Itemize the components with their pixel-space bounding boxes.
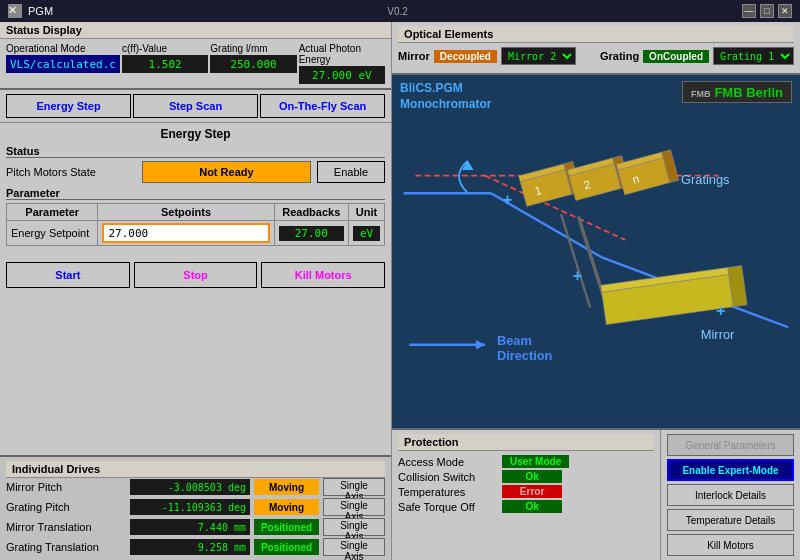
energy-step-button[interactable]: Energy Step: [6, 94, 131, 118]
start-button[interactable]: Start: [6, 262, 130, 288]
energy-setpoint-row: Energy Setpoint 27.00 eV: [7, 221, 385, 246]
version-label: V0.2: [387, 6, 408, 17]
col-setpoints: Setpoints: [98, 204, 274, 221]
grating-pitch-label: Grating Pitch: [6, 501, 126, 513]
grating-group: Grating OnCoupled Grating 1: [600, 47, 794, 65]
energy-unit: eV: [353, 226, 380, 241]
svg-text:+: +: [503, 190, 513, 208]
control-buttons: Start Stop Kill Motors: [6, 258, 385, 292]
cff-value: 1.502: [122, 55, 208, 73]
mirror-translation-value: 7.440 mm: [130, 519, 250, 535]
temperatures-status: Error: [502, 485, 562, 498]
torque-label: Safe Torque Off: [398, 501, 498, 513]
protection-row-temp: Temperatures Error: [398, 485, 654, 498]
svg-text:+: +: [716, 301, 726, 319]
protection-section: Protection Access Mode User Mode Collisi…: [392, 428, 800, 560]
op-mode-label: Operational Mode: [6, 43, 120, 54]
temperatures-label: Temperatures: [398, 486, 498, 498]
title-bar: ✕ PGM V0.2 — □ ✕: [0, 0, 800, 22]
grating-translation-status: Positioned: [254, 539, 319, 555]
grating-select[interactable]: Grating 1: [713, 47, 794, 65]
collision-status: Ok: [502, 470, 562, 483]
photon-col: Actual Photon Energy 27.000 eV: [299, 43, 385, 84]
svg-text:Mirror: Mirror: [701, 327, 735, 342]
energy-readback-value: 27.00: [279, 226, 345, 241]
col-parameter: Parameter: [7, 204, 98, 221]
energy-setpoint-cell: [98, 221, 274, 246]
interlock-details-button[interactable]: Interlock Details: [667, 484, 794, 506]
col-readbacks: Readbacks: [274, 204, 349, 221]
grating-pitch-axis-button[interactable]: Single Axis Panel: [323, 498, 385, 516]
kill-motors-right-button[interactable]: Kill Motors: [667, 534, 794, 556]
energy-row-label: Energy Setpoint: [7, 221, 98, 246]
on-the-fly-button[interactable]: On-The-Fly Scan: [260, 94, 385, 118]
protection-right: General Parameters Enable Expert-Mode In…: [660, 430, 800, 560]
mirror-pitch-status: Moving: [254, 479, 319, 495]
drives-header: Individual Drives: [6, 461, 385, 478]
protection-row-collision: Collision Switch Ok: [398, 470, 654, 483]
grating-translation-label: Grating Translation: [6, 541, 126, 553]
svg-text:Gratings: Gratings: [681, 172, 729, 187]
pgm-svg: 1 2 n: [392, 75, 800, 428]
temperature-details-button[interactable]: Temperature Details: [667, 509, 794, 531]
minimize-button[interactable]: —: [742, 4, 756, 18]
protection-left: Protection Access Mode User Mode Collisi…: [392, 430, 660, 560]
energy-readback-cell: 27.00: [274, 221, 349, 246]
param-sub-header: Parameter: [6, 187, 385, 200]
protection-row-torque: Safe Torque Off Ok: [398, 500, 654, 513]
grating-pitch-status: Moving: [254, 499, 319, 515]
close-button[interactable]: ✕: [778, 4, 792, 18]
param-section: Parameter Parameter Setpoints Readbacks …: [6, 187, 385, 246]
kill-motors-button[interactable]: Kill Motors: [261, 262, 385, 288]
energy-step-section: Energy Step Status Pitch Motors State No…: [0, 123, 391, 455]
photon-value: 27.000 eV: [299, 66, 385, 84]
grating-translation-axis-button[interactable]: Single Axis Panel: [323, 538, 385, 556]
op-mode-value: VLS/calculated.c: [6, 55, 120, 73]
collision-label: Collision Switch: [398, 471, 498, 483]
mirror-select[interactable]: Mirror 2: [501, 47, 576, 65]
brand-logo: FMB FMB Berlin: [682, 81, 792, 103]
app-title: PGM: [28, 5, 53, 17]
maximize-button[interactable]: □: [760, 4, 774, 18]
pitch-status-row: Pitch Motors State Not Ready Enable: [6, 161, 385, 183]
mirror-pitch-axis-button[interactable]: Single Axis Panel: [323, 478, 385, 496]
general-params-button[interactable]: General Parameters: [667, 434, 794, 456]
individual-drives: Individual Drives Mirror Pitch -3.008503…: [0, 455, 391, 560]
status-display: Status Display Operational Mode VLS/calc…: [0, 22, 391, 90]
optical-header: Optical Elements: [398, 26, 794, 43]
mirror-translation-status: Positioned: [254, 519, 319, 535]
mirror-translation-label: Mirror Translation: [6, 521, 126, 533]
mirror-coupled-badge: Decoupled: [434, 50, 497, 63]
svg-text:+: +: [573, 266, 583, 284]
energy-setpoint-input[interactable]: [102, 223, 269, 243]
protection-row-access: Access Mode User Mode: [398, 455, 654, 468]
mirror-translation-axis-button[interactable]: Single Axis Panel: [323, 518, 385, 536]
step-scan-button[interactable]: Step Scan: [133, 94, 258, 118]
torque-status: Ok: [502, 500, 562, 513]
mirror-label: Mirror: [398, 50, 430, 62]
access-mode-status: User Mode: [502, 455, 569, 468]
photon-label: Actual Photon Energy: [299, 43, 385, 65]
op-mode-col: Operational Mode VLS/calculated.c: [6, 43, 120, 84]
stop-button[interactable]: Stop: [134, 262, 258, 288]
drives-grid: Mirror Pitch -3.008503 deg Moving Single…: [6, 478, 385, 556]
mirror-group: Mirror Decoupled Mirror 2: [398, 47, 576, 65]
energy-step-title: Energy Step: [6, 127, 385, 141]
svg-text:Beam: Beam: [497, 333, 532, 348]
pitch-label: Pitch Motors State: [6, 166, 136, 178]
access-mode-label: Access Mode: [398, 456, 498, 468]
pitch-state: Not Ready: [142, 161, 311, 183]
mirror-pitch-label: Mirror Pitch: [6, 481, 126, 493]
optical-elements: Optical Elements Mirror Decoupled Mirror…: [392, 22, 800, 75]
drive-row-grating-translation: Grating Translation 9.258 mm Positioned …: [6, 538, 385, 556]
status-header: Status Display: [0, 22, 391, 39]
status-grid: Operational Mode VLS/calculated.c c(ff)-…: [0, 39, 391, 88]
grating-label: Grating: [600, 50, 639, 62]
col-unit: Unit: [349, 204, 385, 221]
enable-button[interactable]: Enable: [317, 161, 385, 183]
grating-translation-value: 9.258 mm: [130, 539, 250, 555]
enable-expert-button[interactable]: Enable Expert-Mode: [667, 459, 794, 481]
cff-label: c(ff)-Value: [122, 43, 208, 54]
grating-col: Grating l/mm 250.000: [210, 43, 296, 84]
diagram-title: BliCS.PGM Monochromator: [400, 81, 491, 112]
